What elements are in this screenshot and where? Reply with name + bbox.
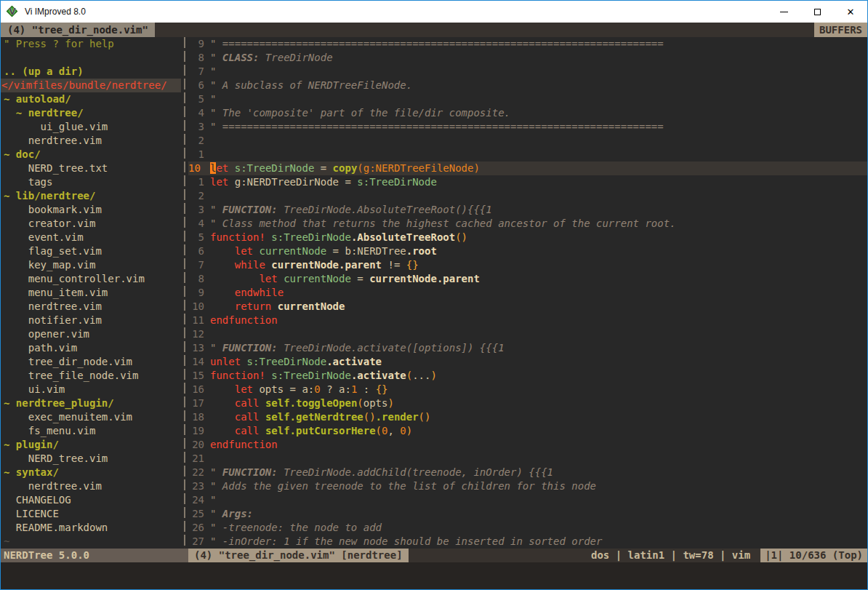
tree-item-file[interactable]: key_map.vim bbox=[1, 258, 181, 272]
code-text: " A subclass of NERDTreeFileNode. bbox=[210, 79, 412, 92]
tree-item-dir[interactable]: ~ doc/ bbox=[1, 148, 181, 162]
tree-item-dir[interactable]: ~ syntax/ bbox=[1, 466, 181, 479]
code-text: call self.toggleOpen(opts) bbox=[210, 396, 394, 410]
code-line[interactable]: 22" FUNCTION: TreeDirNode.addChild(treen… bbox=[188, 466, 867, 479]
editor-buffer[interactable]: 9" =====================================… bbox=[188, 37, 867, 549]
code-line[interactable]: 15function! s:TreeDirNode.activate(...) bbox=[188, 369, 867, 383]
maximize-icon bbox=[814, 9, 821, 15]
code-line[interactable]: 12 bbox=[188, 327, 867, 341]
code-text: endfunction bbox=[210, 438, 278, 452]
tree-item-dir[interactable]: ~ nerdtree/ bbox=[1, 106, 181, 120]
tree-item-file[interactable]: notifier.vim bbox=[1, 314, 181, 327]
code-line[interactable]: 18 call self.getNerdtree().render() bbox=[188, 410, 867, 424]
code-line[interactable]: 16 let opts = a:0 ? a:1 : {} bbox=[188, 383, 867, 396]
code-line[interactable]: 5function! s:TreeDirNode.AbsoluteTreeRoo… bbox=[188, 231, 867, 244]
line-number: 6 bbox=[188, 79, 204, 92]
tree-item-file[interactable]: nerdtree.vim bbox=[1, 300, 181, 314]
tree-item-file[interactable]: path.vim bbox=[1, 341, 181, 355]
tree-item-root[interactable]: </vimfiles/bundle/nerdtree/ bbox=[1, 79, 181, 92]
tabline: (4) "tree_dir_node.vim" BUFFERS bbox=[1, 23, 867, 37]
line-number: 4 bbox=[188, 217, 204, 231]
maximize-button[interactable] bbox=[800, 1, 834, 23]
tree-item-file[interactable]: menu_controller.vim bbox=[1, 272, 181, 286]
code-line[interactable]: 1 bbox=[188, 148, 867, 162]
code-line[interactable]: 1let g:NERDTreeDirNode = s:TreeDirNode bbox=[188, 175, 867, 189]
tree-item-file[interactable]: exec_menuitem.vim bbox=[1, 410, 181, 424]
tree-item-blank bbox=[1, 51, 181, 65]
code-line[interactable]: 9 endwhile bbox=[188, 286, 867, 300]
tree-item-file[interactable]: tree_dir_node.vim bbox=[1, 355, 181, 369]
code-line[interactable]: 20endfunction bbox=[188, 438, 867, 452]
minimize-button[interactable] bbox=[767, 1, 800, 23]
tree-item-file[interactable]: tree_file_node.vim bbox=[1, 369, 181, 383]
tree-item-dir[interactable]: ~ plugin/ bbox=[1, 438, 181, 452]
tree-item-file[interactable]: opener.vim bbox=[1, 327, 181, 341]
code-line[interactable]: 19 call self.putCursorHere(0, 0) bbox=[188, 424, 867, 438]
code-line[interactable]: 7 while currentNode.parent != {} bbox=[188, 258, 867, 272]
code-line[interactable]: 6 let currentNode = b:NERDTree.root bbox=[188, 244, 867, 258]
tree-item-file[interactable]: LICENCE bbox=[1, 507, 181, 521]
nerdtree-panel[interactable]: " Press ? for help .. (up a dir)</vimfil… bbox=[1, 37, 181, 549]
code-line[interactable]: 7" bbox=[188, 65, 867, 79]
tree-item-file[interactable]: NERD_tree.txt bbox=[1, 162, 181, 175]
close-icon: ✕ bbox=[847, 7, 855, 17]
code-line[interactable]: 10 return currentNode bbox=[188, 300, 867, 314]
tree-item-dir[interactable]: ~ lib/nerdtree/ bbox=[1, 189, 181, 203]
command-line[interactable] bbox=[1, 562, 867, 589]
tree-item-file[interactable]: ui.vim bbox=[1, 383, 181, 396]
code-line[interactable]: 4" Class method that returns the highest… bbox=[188, 217, 867, 231]
line-number: 26 bbox=[188, 521, 204, 535]
code-line[interactable]: 25" Args: bbox=[188, 507, 867, 521]
line-number: 1 bbox=[188, 148, 204, 162]
code-line[interactable]: 5" bbox=[188, 92, 867, 106]
code-line[interactable]: 23" Adds the given treenode to the list … bbox=[188, 479, 867, 493]
code-line[interactable]: 3" =====================================… bbox=[188, 120, 867, 134]
code-line[interactable]: 13" FUNCTION: TreeDirNode.activate([opti… bbox=[188, 341, 867, 355]
code-line[interactable]: 11endfunction bbox=[188, 314, 867, 327]
tree-item-file[interactable]: README.markdown bbox=[1, 521, 181, 535]
code-line[interactable]: 27" -inOrder: 1 if the new node should b… bbox=[188, 535, 867, 549]
code-line[interactable]: 26" -treenode: the node to add bbox=[188, 521, 867, 535]
tree-item-file[interactable]: ui_glue.vim bbox=[1, 120, 181, 134]
tree-item-file[interactable]: tags bbox=[1, 175, 181, 189]
tree-item-dir[interactable]: ~ nerdtree_plugin/ bbox=[1, 396, 181, 410]
code-line[interactable]: 3" FUNCTION: TreeDirNode.AbsoluteTreeRoo… bbox=[188, 203, 867, 217]
code-line[interactable]: 2 bbox=[188, 189, 867, 203]
statusline-ruler: |1| 10/636 (Top) bbox=[760, 549, 867, 562]
tree-item-up[interactable]: .. (up a dir) bbox=[1, 65, 181, 79]
code-line[interactable]: 2 bbox=[188, 134, 867, 148]
line-number: 17 bbox=[188, 396, 204, 410]
code-line[interactable]: 8 let currentNode = currentNode.parent bbox=[188, 272, 867, 286]
code-line[interactable]: 8" CLASS: TreeDirNode bbox=[188, 51, 867, 65]
tree-item-file[interactable]: event.vim bbox=[1, 231, 181, 244]
close-button[interactable]: ✕ bbox=[834, 1, 867, 23]
tree-item-file[interactable]: menu_item.vim bbox=[1, 286, 181, 300]
code-line[interactable]: 14unlet s:TreeDirNode.activate bbox=[188, 355, 867, 369]
line-number: 10 bbox=[188, 162, 204, 175]
code-line[interactable]: 9" =====================================… bbox=[188, 37, 867, 51]
code-line[interactable]: 17 call self.toggleOpen(opts) bbox=[188, 396, 867, 410]
code-text: " FUNCTION: TreeDirNode.activate([option… bbox=[210, 341, 505, 355]
tree-item-file[interactable]: creator.vim bbox=[1, 217, 181, 231]
window-separator[interactable] bbox=[181, 37, 188, 549]
tree-item-dir[interactable]: ~ autoload/ bbox=[1, 92, 181, 106]
code-line-current[interactable]: 10let s:TreeDirNode = copy(g:NERDTreeFil… bbox=[188, 162, 867, 175]
tree-item-file[interactable]: fs_menu.vim bbox=[1, 424, 181, 438]
code-line[interactable]: 4" The 'composite' part of the file/dir … bbox=[188, 106, 867, 120]
code-text: " -treenode: the node to add bbox=[210, 521, 382, 535]
code-line[interactable]: 24" bbox=[188, 493, 867, 507]
window-controls: ✕ bbox=[767, 1, 867, 23]
tree-item-file[interactable]: nerdtree.vim bbox=[1, 134, 181, 148]
code-line[interactable]: 6" A subclass of NERDTreeFileNode. bbox=[188, 79, 867, 92]
line-number: 18 bbox=[188, 410, 204, 424]
code-line[interactable]: 21 bbox=[188, 452, 867, 466]
tree-item-file[interactable]: bookmark.vim bbox=[1, 203, 181, 217]
tree-item-file[interactable]: nerdtree.vim bbox=[1, 479, 181, 493]
line-number: 21 bbox=[188, 452, 204, 466]
tree-item-file[interactable]: flag_set.vim bbox=[1, 244, 181, 258]
code-text: let s:TreeDirNode = copy(g:NERDTreeFileN… bbox=[210, 162, 480, 175]
tree-item-file[interactable]: CHANGELOG bbox=[1, 493, 181, 507]
tree-item-file[interactable]: NERD_tree.vim bbox=[1, 452, 181, 466]
line-number: 20 bbox=[188, 438, 204, 452]
tab-active[interactable]: (4) "tree_dir_node.vim" bbox=[1, 23, 155, 37]
